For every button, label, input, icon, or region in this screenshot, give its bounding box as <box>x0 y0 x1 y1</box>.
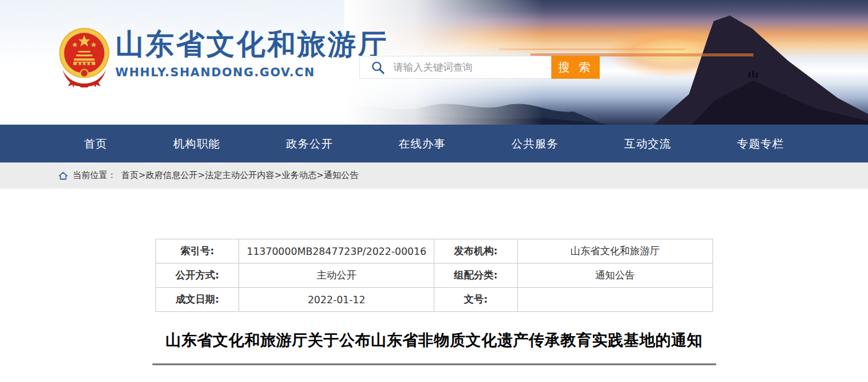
breadcrumb: 当前位置： 首页>政府信息公开>法定主动公开内容>业务动态>通知公告 <box>58 162 810 189</box>
meta-value-category: 通知公告 <box>517 264 712 288</box>
home-icon <box>58 171 68 180</box>
national-emblem-icon <box>57 27 112 87</box>
main-nav-inner: 首页 机构职能 政务公开 在线办事 公共服务 互动交流 专题专栏 <box>84 125 784 162</box>
search-input-wrap <box>359 56 551 79</box>
search-input[interactable] <box>393 56 551 78</box>
nav-item-special-topics[interactable]: 专题专栏 <box>737 136 784 151</box>
nav-item-home[interactable]: 首页 <box>84 136 108 151</box>
table-row: 公开方式: 主动公开 组配分类: 通知公告 <box>156 264 712 288</box>
nav-item-online-services[interactable]: 在线办事 <box>399 136 446 151</box>
title-divider <box>152 363 716 365</box>
article-content: 索引号: 11370000MB2847723P/2022-00016 发布机构:… <box>0 239 868 365</box>
search-icon <box>371 61 385 74</box>
site-url: WHHLY.SHANDONG.GOV.CN <box>115 65 388 79</box>
meta-value-doc-number <box>517 288 712 312</box>
meta-label-index-no: 索引号: <box>156 239 239 264</box>
national-emblem-logo[interactable] <box>57 27 112 90</box>
breadcrumb-prefix: 当前位置： <box>73 170 116 181</box>
nav-item-gov-disclosure[interactable]: 政务公开 <box>286 136 333 151</box>
nav-item-functions[interactable]: 机构职能 <box>173 136 221 151</box>
meta-value-disclosure-method: 主动公开 <box>239 264 434 288</box>
meta-label-issuing-agency: 发布机构: <box>434 239 517 264</box>
site-title: 山东省文化和旅游厅 <box>115 29 388 60</box>
meta-label-disclosure-method: 公开方式: <box>156 264 239 288</box>
breadcrumb-path[interactable]: 首页>政府信息公开>法定主动公开内容>业务动态>通知公告 <box>121 170 359 181</box>
article-title: 山东省文化和旅游厅关于公布山东省非物质文化遗产传承教育实践基地的通知 <box>0 330 868 350</box>
breadcrumb-bar: 当前位置： 首页>政府信息公开>法定主动公开内容>业务动态>通知公告 <box>0 162 868 189</box>
meta-label-doc-number: 文号: <box>434 288 517 312</box>
table-row: 索引号: 11370000MB2847723P/2022-00016 发布机构:… <box>156 239 712 264</box>
search-bar: 搜 索 <box>359 56 600 79</box>
table-row: 成文日期: 2022-01-12 文号: <box>156 288 712 312</box>
page-header: 山东省文化和旅游厅 WHHLY.SHANDONG.GOV.CN 搜 索 <box>0 0 868 125</box>
main-nav: 首页 机构职能 政务公开 在线办事 公共服务 互动交流 专题专栏 <box>0 125 868 162</box>
masthead: 山东省文化和旅游厅 WHHLY.SHANDONG.GOV.CN <box>115 29 388 79</box>
meta-label-date: 成文日期: <box>156 288 239 312</box>
meta-value-date: 2022-01-12 <box>239 288 434 312</box>
meta-label-category: 组配分类: <box>434 264 517 288</box>
meta-value-issuing-agency: 山东省文化和旅游厅 <box>517 239 712 264</box>
meta-value-index-no: 11370000MB2847723P/2022-00016 <box>239 239 434 264</box>
nav-item-public-services[interactable]: 公共服务 <box>512 136 559 151</box>
search-button[interactable]: 搜 索 <box>551 56 600 79</box>
document-meta-table: 索引号: 11370000MB2847723P/2022-00016 发布机构:… <box>156 239 713 312</box>
nav-item-interaction[interactable]: 互动交流 <box>625 136 672 151</box>
